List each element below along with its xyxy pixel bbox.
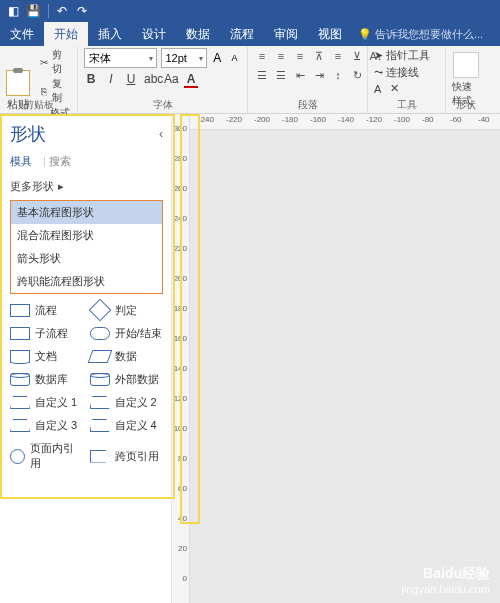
paste-icon: [6, 70, 30, 96]
group-quickstyle: 快速样式 形状: [446, 46, 486, 113]
text-icon: A: [374, 83, 381, 95]
grow-font-icon[interactable]: A: [211, 51, 224, 65]
shape-custom4[interactable]: 自定义 4: [90, 418, 164, 433]
numbering-icon[interactable]: ☰: [273, 69, 289, 82]
underline-button[interactable]: U: [124, 72, 138, 86]
tab-data[interactable]: 数据: [176, 22, 220, 46]
align-bottom-icon[interactable]: ⊻: [349, 50, 365, 63]
shape-custom2[interactable]: 自定义 2: [90, 395, 164, 410]
shape-grid: 流程 判定 子流程 开始/结束 文档 数据 数据库 外部数据 自定义 1 自定义…: [10, 302, 163, 471]
tab-view[interactable]: 视图: [308, 22, 352, 46]
group-label: 剪贴板: [0, 98, 77, 112]
line-spacing-icon[interactable]: ↕: [330, 69, 346, 82]
pointer-icon: ➤: [374, 49, 383, 62]
group-paragraph: ≡ ≡ ≡ ⊼ ≡ ⊻ A↓ ☰ ☰ ⇤ ⇥ ↕ ↻ 段落: [248, 46, 368, 113]
canvas-area: -240-220-200-180-160-140-120-100-80-60-4…: [190, 114, 500, 603]
align-left-icon[interactable]: ≡: [254, 50, 270, 63]
shape-onpage-ref[interactable]: 页面内引用: [10, 441, 84, 471]
connector-icon: ⤳: [374, 66, 383, 79]
group-tools: ➤指针工具 ⤳连接线 A✕ 工具: [368, 46, 446, 113]
vertical-ruler: 3002802602402202001801601401201008060402…: [172, 114, 190, 603]
chevron-right-icon: ▸: [58, 180, 64, 193]
redo-icon[interactable]: ↷: [73, 2, 91, 20]
pointer-tool-button[interactable]: ➤指针工具: [374, 48, 439, 63]
shape-decision[interactable]: 判定: [90, 302, 164, 318]
tab-insert[interactable]: 插入: [88, 22, 132, 46]
collapse-icon[interactable]: ‹: [159, 127, 163, 141]
tab-search[interactable]: 搜索: [49, 155, 71, 167]
tab-process[interactable]: 流程: [220, 22, 264, 46]
shape-custom3[interactable]: 自定义 3: [10, 418, 84, 433]
panel-title: 形状 ‹: [10, 122, 163, 146]
more-shapes-button[interactable]: 更多形状▸: [10, 179, 163, 194]
indent-dec-icon[interactable]: ⇤: [292, 69, 308, 82]
group-font: 宋体 12pt A A B I U abc Aa A 字体: [78, 46, 248, 113]
category-item[interactable]: 混合流程图形状: [11, 224, 162, 247]
shape-document[interactable]: 文档: [10, 349, 84, 364]
category-list: 基本流程图形状 混合流程图形状 箭头形状 跨职能流程图形状: [10, 200, 163, 294]
cut-button[interactable]: ✂剪切: [38, 48, 71, 76]
align-center-icon[interactable]: ≡: [273, 50, 289, 63]
ribbon: 粘贴 ✂剪切 ⎘复制 🖌格式刷 剪贴板 宋体 12pt A A B I U ab…: [0, 46, 500, 114]
text-tool-button[interactable]: A✕: [374, 82, 439, 95]
quickstyle-icon: [453, 52, 479, 78]
align-right-icon[interactable]: ≡: [292, 50, 308, 63]
group-label: 形状: [446, 98, 486, 112]
group-label: 工具: [368, 98, 445, 112]
bold-button[interactable]: B: [84, 72, 98, 86]
group-clipboard: 粘贴 ✂剪切 ⎘复制 🖌格式刷 剪贴板: [0, 46, 78, 113]
shapes-panel: 形状 ‹ 模具 | 搜索 更多形状▸ 基本流程图形状 混合流程图形状 箭头形状 …: [0, 114, 172, 603]
font-name-select[interactable]: 宋体: [84, 48, 157, 68]
menu-bar: 文件 开始 插入 设计 数据 流程 审阅 视图 💡告诉我您想要做什么...: [0, 22, 500, 46]
shrink-font-icon[interactable]: A: [228, 53, 241, 63]
rotate-icon[interactable]: ↻: [349, 69, 365, 82]
shape-process[interactable]: 流程: [10, 302, 84, 318]
title-bar: ◧ 💾 ↶ ↷: [0, 0, 500, 22]
group-label: 字体: [78, 98, 247, 112]
strikethrough-button[interactable]: abc: [144, 72, 158, 86]
shape-offpage-ref[interactable]: 跨页引用: [90, 441, 164, 471]
shape-database[interactable]: 数据库: [10, 372, 84, 387]
indent-inc-icon[interactable]: ⇥: [311, 69, 327, 82]
tab-file[interactable]: 文件: [0, 22, 44, 46]
tell-me-search[interactable]: 💡告诉我您想要做什么...: [358, 22, 483, 46]
app-icon: ◧: [4, 2, 22, 20]
align-top-icon[interactable]: ⊼: [311, 50, 327, 63]
scissors-icon: ✂: [38, 56, 50, 68]
workspace: 形状 ‹ 模具 | 搜索 更多形状▸ 基本流程图形状 混合流程图形状 箭头形状 …: [0, 114, 500, 603]
connector-tool-button[interactable]: ⤳连接线: [374, 65, 439, 80]
drawing-canvas[interactable]: [190, 130, 500, 603]
bulb-icon: 💡: [358, 28, 372, 41]
align-middle-icon[interactable]: ≡: [330, 50, 346, 63]
superscript-button[interactable]: Aa: [164, 72, 178, 86]
bullets-icon[interactable]: ☰: [254, 69, 270, 82]
shape-data[interactable]: 数据: [90, 349, 164, 364]
shape-terminator[interactable]: 开始/结束: [90, 326, 164, 341]
tab-home[interactable]: 开始: [44, 22, 88, 46]
category-item[interactable]: 基本流程图形状: [11, 201, 162, 224]
undo-icon[interactable]: ↶: [53, 2, 71, 20]
font-size-select[interactable]: 12pt: [161, 48, 207, 68]
save-icon[interactable]: 💾: [24, 2, 42, 20]
category-item[interactable]: 箭头形状: [11, 247, 162, 270]
italic-button[interactable]: I: [104, 72, 118, 86]
copy-icon: ⎘: [38, 85, 50, 97]
tab-stencil[interactable]: 模具: [10, 155, 32, 167]
font-color-button[interactable]: A: [184, 72, 198, 86]
shape-subprocess[interactable]: 子流程: [10, 326, 84, 341]
shape-custom1[interactable]: 自定义 1: [10, 395, 84, 410]
horizontal-ruler: -240-220-200-180-160-140-120-100-80-60-4…: [190, 114, 500, 130]
group-label: 段落: [248, 98, 367, 112]
category-item[interactable]: 跨职能流程图形状: [11, 270, 162, 293]
shape-external-data[interactable]: 外部数据: [90, 372, 164, 387]
tab-review[interactable]: 审阅: [264, 22, 308, 46]
tab-design[interactable]: 设计: [132, 22, 176, 46]
